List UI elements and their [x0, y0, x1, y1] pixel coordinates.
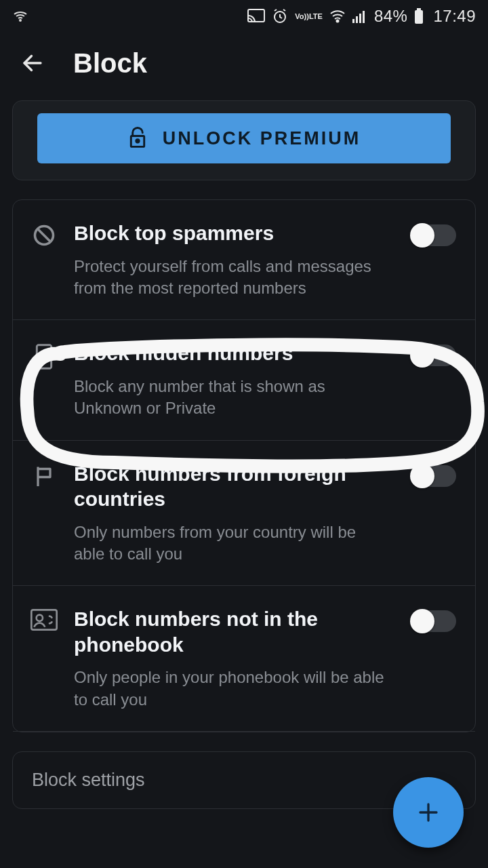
add-fab[interactable]: [393, 777, 464, 848]
svg-point-12: [136, 139, 139, 142]
premium-button-label: UNLOCK PREMIUM: [163, 128, 361, 149]
svg-rect-5: [356, 16, 358, 23]
row-title: Block numbers not in the phonebook: [74, 606, 387, 657]
status-bar: Vo))LTE 84% 17:49: [0, 0, 488, 33]
row-desc: Block any number that is shown as Unknow…: [74, 376, 387, 420]
svg-point-0: [20, 20, 21, 21]
app-header: Block: [0, 33, 488, 94]
svg-rect-6: [359, 14, 361, 23]
row-title: Block hidden numbers: [74, 340, 387, 366]
row-desc: Protect yourself from calls and messages…: [74, 256, 387, 300]
row-block-hidden-numbers[interactable]: ? Block hidden numbers Block any number …: [13, 320, 475, 440]
row-block-top-spammers[interactable]: Block top spammers Protect yourself from…: [13, 200, 475, 320]
svg-rect-9: [415, 10, 423, 24]
row-block-foreign-countries[interactable]: Block numbers from foreign countries Onl…: [13, 441, 475, 587]
premium-card: UNLOCK PREMIUM: [12, 100, 476, 180]
back-button[interactable]: [16, 47, 49, 79]
plus-icon: [416, 800, 441, 825]
volte-icon: Vo))LTE: [295, 13, 323, 20]
battery-percent: 84%: [374, 7, 408, 26]
toggle-top-spammers[interactable]: [411, 224, 456, 246]
row-title: Block numbers from foreign countries: [74, 461, 387, 512]
signal-icon: [352, 9, 367, 23]
svg-line-14: [38, 229, 50, 241]
row-desc: Only people in your phonebook will be ab…: [74, 667, 387, 711]
row-title: Block top spammers: [74, 220, 387, 246]
svg-text:?: ?: [40, 349, 47, 363]
svg-point-3: [336, 20, 338, 22]
unlock-icon: [127, 126, 148, 151]
app-screen: Vo))LTE 84% 17:49 Block: [0, 0, 488, 868]
unknown-device-icon: ?: [34, 343, 54, 373]
row-block-not-in-phonebook[interactable]: Block numbers not in the phonebook Only …: [13, 586, 475, 732]
wifi-shield-icon: [12, 8, 28, 24]
row-desc: Only numbers from your country will be a…: [74, 521, 387, 566]
svg-point-19: [37, 615, 43, 621]
battery-icon: [414, 8, 424, 24]
flag-icon: [32, 464, 56, 491]
status-time: 17:49: [433, 7, 476, 26]
contact-card-icon: [30, 609, 58, 633]
content-area: UNLOCK PREMIUM Block top spammers Protec…: [0, 94, 488, 868]
svg-rect-4: [352, 19, 354, 23]
alarm-icon: [272, 8, 288, 24]
arrow-left-icon: [20, 51, 45, 75]
unlock-premium-button[interactable]: UNLOCK PREMIUM: [37, 113, 451, 163]
block-icon: [32, 223, 56, 250]
block-settings-title: Block settings: [32, 770, 456, 791]
toggle-foreign-countries[interactable]: [411, 465, 456, 487]
svg-rect-7: [363, 11, 365, 23]
svg-rect-8: [417, 8, 421, 10]
cast-icon: [247, 9, 265, 24]
toggle-not-in-phonebook[interactable]: [411, 610, 456, 632]
block-options-card: Block top spammers Protect yourself from…: [12, 199, 476, 732]
toggle-hidden-numbers[interactable]: [411, 344, 456, 366]
wifi-icon: [329, 9, 346, 23]
page-title: Block: [73, 48, 147, 79]
